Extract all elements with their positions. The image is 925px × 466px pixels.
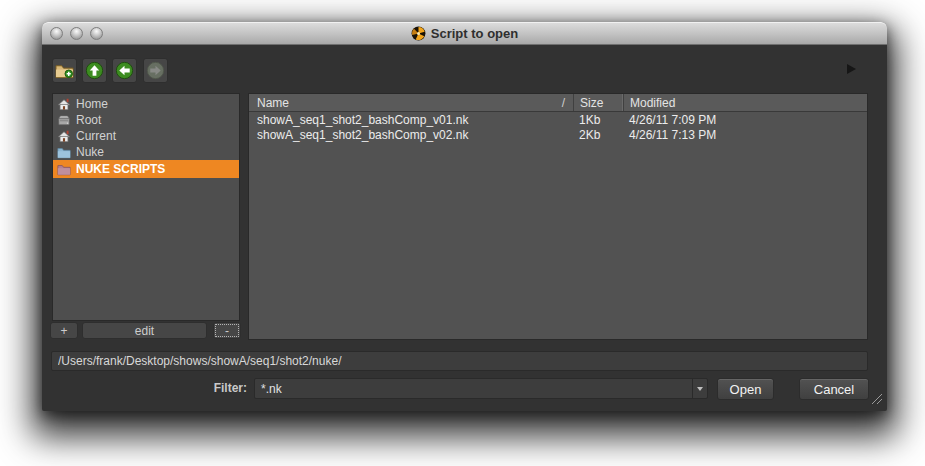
file-size: 1Kb (573, 113, 623, 127)
arrow-left-icon (115, 61, 134, 80)
sidebar-item-root[interactable]: Root (53, 112, 239, 128)
arrow-right-icon (146, 61, 165, 80)
file-size: 2Kb (573, 128, 623, 142)
sidebar-item-label: Root (76, 113, 101, 127)
column-header-modified[interactable]: Modified (623, 94, 867, 111)
script-to-open-dialog: Script to open (42, 22, 887, 411)
window-title: Script to open (431, 26, 518, 41)
file-list-header: Name / Size Modified (249, 94, 867, 112)
file-row[interactable]: showA_seq1_shot2_bashComp_v01.nk 1Kb 4/2… (249, 112, 867, 127)
filter-label: Filter: (142, 381, 247, 395)
sidebar-item-label: Nuke (76, 145, 104, 159)
resize-grip[interactable] (870, 391, 883, 409)
chevron-down-icon[interactable] (692, 379, 707, 398)
new-folder-button[interactable] (52, 58, 77, 83)
folder-blue-icon (57, 146, 71, 159)
sidebar-item-home[interactable]: Home (53, 96, 239, 112)
file-name: showA_seq1_shot2_bashComp_v02.nk (249, 128, 573, 142)
file-row[interactable]: showA_seq1_shot2_bashComp_v02.nk 2Kb 4/2… (249, 127, 867, 142)
sidebar-item-current[interactable]: Current (53, 128, 239, 144)
arrow-up-icon (85, 61, 104, 80)
bookmarks-panel: Home Root Curren (52, 93, 240, 321)
column-header-size[interactable]: Size (573, 94, 623, 111)
disk-icon (57, 113, 71, 127)
back-button[interactable] (112, 58, 137, 83)
add-bookmark-button[interactable]: + (50, 322, 78, 339)
path-input[interactable] (51, 351, 868, 371)
file-modified: 4/26/11 7:13 PM (623, 128, 867, 142)
sidebar-item-label: Current (76, 129, 116, 143)
up-directory-button[interactable] (82, 58, 107, 83)
sidebar-item-label: Home (76, 97, 108, 111)
column-header-name[interactable]: Name / (249, 94, 573, 111)
sidebar-item-label: NUKE SCRIPTS (76, 162, 165, 176)
file-list-panel: Name / Size Modified showA_seq1_shot2_ba… (248, 93, 868, 340)
titlebar[interactable]: Script to open (42, 22, 887, 45)
nuke-logo-icon (411, 26, 426, 41)
sidebar-item-nuke-scripts[interactable]: NUKE SCRIPTS (53, 160, 239, 178)
home-icon (57, 129, 71, 143)
file-name: showA_seq1_shot2_bashComp_v01.nk (249, 113, 573, 127)
cancel-button[interactable]: Cancel (799, 378, 869, 400)
right-triangle-icon[interactable] (847, 64, 856, 74)
forward-button[interactable] (143, 58, 168, 83)
home-icon (57, 97, 71, 111)
filter-combobox[interactable]: *.nk (254, 378, 708, 399)
filter-value: *.nk (255, 382, 692, 396)
file-modified: 4/26/11 7:09 PM (623, 113, 867, 127)
folder-pink-icon (57, 163, 71, 176)
sidebar-item-nuke[interactable]: Nuke (53, 144, 239, 160)
sort-indicator: / (562, 96, 573, 110)
remove-bookmark-button[interactable]: - (213, 322, 241, 339)
edit-bookmark-button[interactable]: edit (82, 322, 207, 339)
open-button[interactable]: Open (717, 378, 774, 400)
new-folder-icon (55, 62, 74, 79)
